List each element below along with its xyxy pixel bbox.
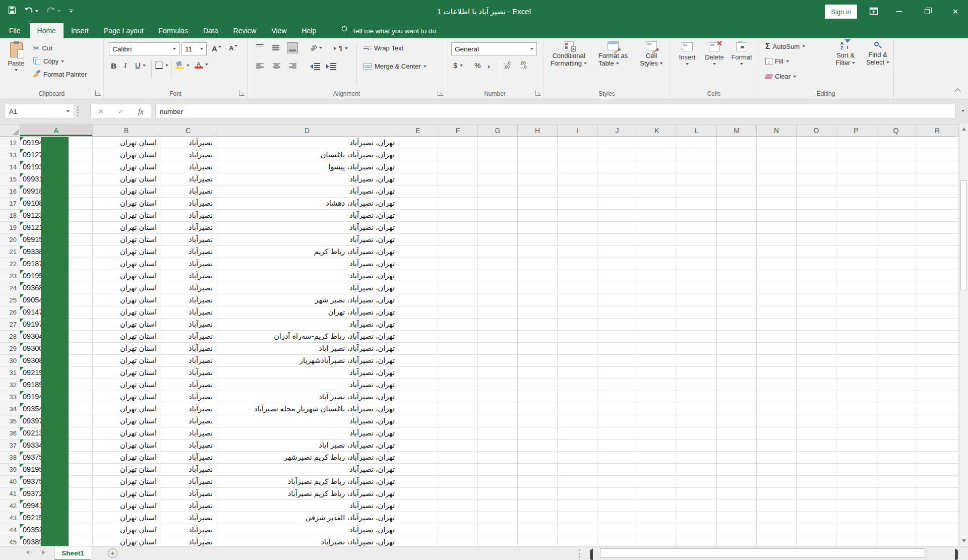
save-icon[interactable]	[8, 6, 16, 16]
cell-p35[interactable]	[836, 415, 876, 427]
cell-q40[interactable]	[876, 476, 916, 488]
column-header-b[interactable]: B	[93, 125, 160, 136]
cut-button[interactable]: ✂Cut	[33, 44, 52, 52]
row-header-36[interactable]: 36	[0, 427, 20, 440]
cell-q32[interactable]	[876, 379, 916, 391]
cell-r28[interactable]	[916, 331, 959, 343]
cell-p28[interactable]	[836, 331, 876, 343]
cell-b39[interactable]: استان تهران	[93, 464, 160, 476]
cell-i32[interactable]	[558, 379, 597, 391]
cell-h16[interactable]	[518, 185, 558, 198]
cell-f26[interactable]	[438, 306, 478, 319]
tab-formulas[interactable]: Formulas	[151, 23, 196, 38]
clear-dropdown-icon[interactable]	[793, 76, 796, 78]
cell-j15[interactable]	[597, 173, 637, 185]
cell-d21[interactable]: تهران، نصیرآباد، رباط کریم	[216, 246, 398, 258]
cell-l26[interactable]	[677, 306, 717, 319]
cell-g39[interactable]	[478, 464, 518, 476]
horizontal-scrollbar-thumb[interactable]	[600, 548, 925, 558]
cell-m34[interactable]	[717, 403, 757, 415]
cell-j27[interactable]	[597, 319, 637, 331]
cell-i43[interactable]	[558, 512, 597, 524]
cell-j25[interactable]	[597, 294, 637, 306]
cell-l21[interactable]	[677, 246, 717, 258]
cell-c23[interactable]: نصیرآباد	[160, 270, 216, 282]
number-format-select[interactable]: General	[451, 42, 537, 55]
cell-o28[interactable]	[797, 331, 836, 343]
cell-k40[interactable]	[637, 476, 677, 488]
cell-n25[interactable]	[757, 294, 797, 306]
format-as-table-button[interactable]: Format asTable	[593, 41, 633, 67]
cell-f28[interactable]	[438, 331, 478, 343]
cell-m29[interactable]	[717, 343, 757, 355]
cell-d43[interactable]: تهران، نصیرآباد، الغدیر شرقی	[216, 512, 398, 524]
ribbon-display-options-icon[interactable]	[869, 7, 878, 17]
accounting-format-button[interactable]: $	[453, 61, 463, 70]
cell-i12[interactable]	[558, 137, 597, 149]
cell-i36[interactable]	[558, 427, 597, 440]
cell-o26[interactable]	[797, 306, 836, 319]
cell-l27[interactable]	[677, 319, 717, 331]
cell-h31[interactable]	[518, 367, 558, 379]
font-dialog-launcher-icon[interactable]	[239, 90, 245, 96]
cell-r43[interactable]	[916, 512, 959, 524]
cell-i42[interactable]	[558, 500, 597, 512]
cell-p16[interactable]	[836, 185, 876, 198]
cell-m30[interactable]	[717, 355, 757, 367]
cell-p20[interactable]	[836, 234, 876, 246]
cell-i25[interactable]	[558, 294, 597, 306]
cell-b45[interactable]: استان تهران	[93, 536, 160, 546]
cancel-entry-icon[interactable]: ✕	[91, 104, 111, 118]
cell-j41[interactable]	[597, 488, 637, 500]
cell-i16[interactable]	[558, 185, 597, 198]
cell-p23[interactable]	[836, 270, 876, 282]
cell-l13[interactable]	[677, 149, 717, 161]
cell-o24[interactable]	[797, 282, 836, 294]
cell-o37[interactable]	[797, 440, 836, 452]
cell-n23[interactable]	[757, 270, 797, 282]
row-header-30[interactable]: 30	[0, 355, 20, 367]
cell-o22[interactable]	[797, 258, 836, 270]
column-header-e[interactable]: E	[398, 125, 438, 136]
cell-o35[interactable]	[797, 415, 836, 427]
cell-o36[interactable]	[797, 427, 836, 440]
cell-m17[interactable]	[717, 198, 757, 210]
cell-e43[interactable]	[398, 512, 438, 524]
cell-b37[interactable]: استان تهران	[93, 440, 160, 452]
cell-h25[interactable]	[518, 294, 558, 306]
cell-k16[interactable]	[637, 185, 677, 198]
cell-n20[interactable]	[757, 234, 797, 246]
cell-b20[interactable]: استان تهران	[93, 234, 160, 246]
cell-d20[interactable]: تهران، نصیرآباد	[216, 234, 398, 246]
cell-l38[interactable]	[677, 452, 717, 464]
cell-k41[interactable]	[637, 488, 677, 500]
cell-r42[interactable]	[916, 500, 959, 512]
cell-l15[interactable]	[677, 173, 717, 185]
cell-r24[interactable]	[916, 282, 959, 294]
cell-g33[interactable]	[478, 391, 518, 403]
cell-n21[interactable]	[757, 246, 797, 258]
cell-q39[interactable]	[876, 464, 916, 476]
cell-l42[interactable]	[677, 500, 717, 512]
cell-f25[interactable]	[438, 294, 478, 306]
cell-g24[interactable]	[478, 282, 518, 294]
cell-b32[interactable]: استان تهران	[93, 379, 160, 391]
cell-e25[interactable]	[398, 294, 438, 306]
cell-c34[interactable]: نصیرآباد	[160, 403, 216, 415]
cell-p45[interactable]	[836, 536, 876, 546]
cell-j30[interactable]	[597, 355, 637, 367]
cell-i28[interactable]	[558, 331, 597, 343]
cell-e30[interactable]	[398, 355, 438, 367]
cell-q35[interactable]	[876, 415, 916, 427]
cell-i31[interactable]	[558, 367, 597, 379]
cell-g34[interactable]	[478, 403, 518, 415]
cell-o45[interactable]	[797, 536, 836, 546]
cell-g15[interactable]	[478, 173, 518, 185]
cell-n38[interactable]	[757, 452, 797, 464]
cell-j31[interactable]	[597, 367, 637, 379]
cell-e14[interactable]	[398, 161, 438, 173]
cell-l29[interactable]	[677, 343, 717, 355]
cell-h26[interactable]	[518, 306, 558, 319]
cell-f29[interactable]	[438, 343, 478, 355]
cell-q12[interactable]	[876, 137, 916, 149]
